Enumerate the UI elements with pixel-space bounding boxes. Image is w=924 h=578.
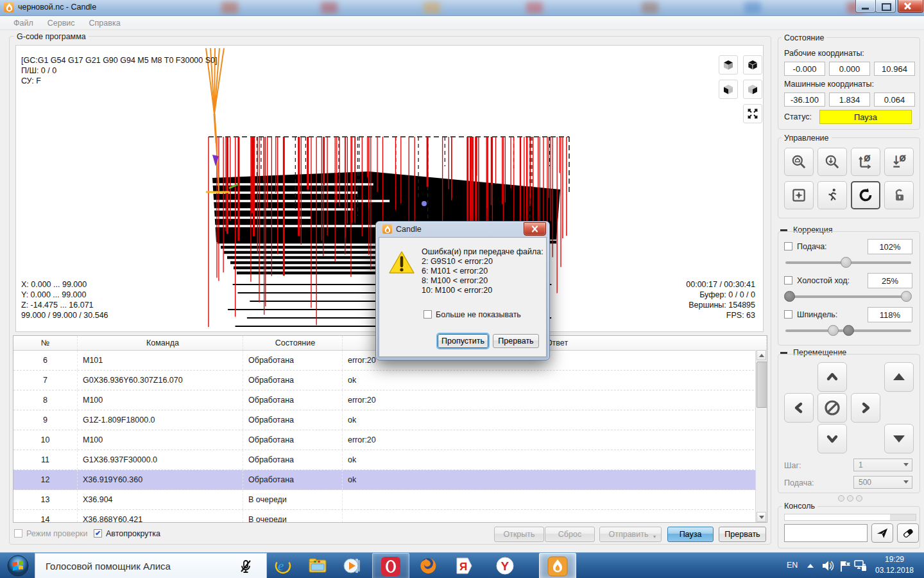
col-state[interactable]: Состояние (243, 336, 343, 350)
table-row[interactable]: 7G0X36.936Y60.307Z16.070Обработанаok (13, 371, 767, 390)
taskbar-wmp[interactable] (338, 553, 367, 578)
slider-handle[interactable] (784, 291, 795, 302)
maximize-button[interactable] (875, 0, 896, 13)
menu-service[interactable]: Сервис (40, 19, 82, 28)
table-scrollbar[interactable] (755, 350, 767, 522)
table-row[interactable]: 14X36.868Y60.421В очереди (13, 510, 767, 523)
feed-override-slider[interactable] (785, 261, 911, 264)
taskbar-candle[interactable] (539, 553, 576, 578)
abort-button[interactable]: Прервать (719, 527, 766, 542)
scrollbar-thumb[interactable] (757, 362, 767, 408)
tray-language[interactable]: EN (787, 561, 798, 570)
jog-x-plus-button[interactable] (851, 393, 880, 423)
dialog-error-line: 10: M100 < error:20 (422, 286, 492, 295)
taskbar-explorer[interactable] (303, 553, 332, 578)
jog-y-plus-button[interactable] (817, 362, 847, 392)
table-cell: error:20 (343, 430, 767, 450)
col-command[interactable]: Команда (78, 336, 243, 350)
taskbar-opera[interactable] (372, 553, 409, 578)
alisa-search-box[interactable]: Голосовой помощник Алиса (35, 553, 267, 578)
jog-x-minus-button[interactable] (784, 393, 814, 423)
rapid-override-checkbox[interactable] (784, 276, 792, 285)
send-dropdown-icon[interactable]: ▾ (653, 534, 656, 539)
reset-button-ctrl[interactable] (851, 181, 880, 209)
view-fit-button[interactable] (743, 104, 762, 123)
close-button[interactable] (898, 0, 923, 13)
machine-x-value: -36.100 (784, 92, 825, 107)
tray-clock[interactable]: 19:29 03.12.2018 (868, 554, 921, 576)
taskbar-ie[interactable]: e (268, 553, 298, 578)
network-icon[interactable] (853, 559, 868, 572)
console-output[interactable] (784, 514, 916, 521)
tray-expand-icon[interactable] (807, 564, 814, 568)
dialog-close-button[interactable] (524, 222, 546, 236)
dialog-title-bar[interactable]: Candle (382, 224, 422, 234)
dont-show-checkbox[interactable] (424, 310, 432, 319)
slider-handle[interactable] (901, 291, 912, 302)
zero-z-button[interactable]: Ø (884, 148, 914, 176)
fps-stat: FPS: 63 (726, 311, 755, 321)
safe-position-button[interactable] (817, 181, 847, 209)
table-row[interactable]: 8M100Обработанаerror:20 (13, 390, 767, 410)
open-button[interactable]: Открыть (494, 527, 544, 542)
console-send-button[interactable] (871, 523, 893, 543)
table-row[interactable]: 12X36.919Y60.360Обработанаok (13, 470, 767, 490)
frame-button[interactable] (784, 181, 814, 209)
taskbar-yandex-search[interactable]: Я (449, 553, 479, 578)
rapid-override-slider[interactable] (785, 295, 911, 298)
cube-left-icon (722, 83, 735, 96)
menu-help[interactable]: Справка (82, 19, 128, 28)
zero-xy-button[interactable]: Ø (851, 148, 880, 176)
spindle-override-slider[interactable] (785, 329, 911, 332)
step-combo[interactable]: 1 (853, 459, 912, 471)
minimize-button[interactable] (855, 0, 876, 13)
view-front-button[interactable] (719, 80, 738, 99)
jog-y-minus-button[interactable] (817, 424, 847, 453)
z-probe-button[interactable] (817, 148, 847, 176)
table-row[interactable]: 9G1Z-1.809F18000.0Обработанаok (13, 410, 767, 430)
check-mode-checkbox[interactable] (14, 529, 22, 538)
console-scrollbar[interactable] (890, 514, 916, 520)
flag-icon[interactable] (839, 560, 852, 572)
jog-feed-combo[interactable]: 500 (853, 476, 912, 489)
table-cell: 14 (13, 510, 78, 523)
jog-stop-button[interactable] (817, 393, 847, 423)
spindle-override-checkbox[interactable] (784, 310, 792, 319)
splitter-handle[interactable] (838, 495, 862, 502)
taskbar-firefox[interactable] (413, 553, 443, 578)
view-iso-button[interactable] (743, 55, 762, 74)
slider-handle[interactable] (841, 257, 851, 268)
home-button[interactable] (784, 148, 814, 176)
jog-z-plus-button[interactable] (884, 362, 914, 392)
yandex-browser-icon: Y (495, 556, 515, 575)
dialog-skip-button[interactable]: Пропустить (438, 334, 488, 348)
view-side-button[interactable] (743, 80, 762, 99)
speaker-icon[interactable] (821, 559, 835, 572)
jog-z-minus-button[interactable] (884, 424, 914, 453)
reset-button[interactable]: Сброс (545, 527, 595, 542)
feed-override-checkbox[interactable] (784, 242, 792, 250)
start-button[interactable] (3, 553, 33, 578)
console-input[interactable] (784, 524, 868, 542)
dialog-error-line: 6: M101 < error:20 (422, 267, 488, 276)
console-clear-button[interactable] (897, 523, 919, 543)
scroll-up-icon[interactable] (757, 350, 766, 360)
slider-handle[interactable] (828, 325, 839, 336)
scroll-down-icon[interactable] (757, 512, 766, 522)
gcode-table[interactable]: № Команда Состояние Ответ 6M101Обработан… (13, 335, 767, 523)
table-row[interactable]: 13X36.904В очереди (13, 490, 767, 510)
slider-handle[interactable] (843, 325, 854, 336)
table-row[interactable]: 11G1X36.937F30000.0Обработанаok (13, 450, 767, 470)
unlock-button[interactable] (884, 181, 914, 209)
menu-file[interactable]: Файл (6, 19, 40, 28)
menu-bar: Файл Сервис Справка (0, 16, 924, 30)
view-top-button[interactable] (719, 55, 738, 74)
dialog-abort-button[interactable]: Прервать (493, 334, 539, 348)
send-button[interactable]: Отправить (599, 527, 662, 542)
table-row[interactable]: 10M100Обработанаerror:20 (13, 430, 767, 450)
taskbar-yandex-browser[interactable]: Y (490, 553, 520, 578)
pause-button[interactable]: Пауза (667, 527, 714, 542)
autoscroll-checkbox[interactable]: ✔ (94, 529, 102, 538)
mic-muted-icon[interactable] (239, 559, 252, 574)
col-number[interactable]: № (13, 336, 78, 350)
